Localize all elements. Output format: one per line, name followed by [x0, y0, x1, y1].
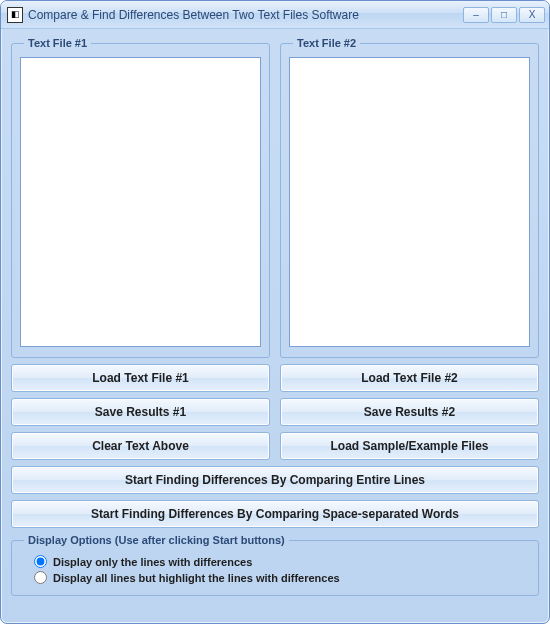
start-compare-words-button[interactable]: Start Finding Differences By Comparing S…: [11, 500, 539, 528]
window-controls: – □ X: [463, 7, 545, 23]
close-button[interactable]: X: [519, 7, 545, 23]
text-file-2-legend: Text File #2: [293, 37, 360, 49]
titlebar: ◧ Compare & Find Differences Between Two…: [1, 1, 549, 29]
load-sample-button[interactable]: Load Sample/Example Files: [280, 432, 539, 460]
option-highlight-row[interactable]: Display all lines but highlight the line…: [34, 571, 528, 584]
load-buttons-row: Load Text File #1 Load Text File #2: [11, 364, 539, 392]
text-file-1-input[interactable]: [20, 57, 261, 347]
start-compare-lines-button[interactable]: Start Finding Differences By Comparing E…: [11, 466, 539, 494]
minimize-icon: –: [473, 9, 479, 20]
left-column: Text File #1: [11, 37, 270, 358]
option-highlight-label: Display all lines but highlight the line…: [53, 572, 340, 584]
text-file-1-legend: Text File #1: [24, 37, 91, 49]
text-file-2-input[interactable]: [289, 57, 530, 347]
clear-text-button[interactable]: Clear Text Above: [11, 432, 270, 460]
app-icon: ◧: [7, 7, 23, 23]
client-area: Text File #1 Text File #2 Load Text File…: [1, 29, 549, 623]
right-column: Text File #2: [280, 37, 539, 358]
option-highlight-radio[interactable]: [34, 571, 47, 584]
maximize-button[interactable]: □: [491, 7, 517, 23]
display-options-legend: Display Options (Use after clicking Star…: [24, 534, 289, 546]
load-file-2-button[interactable]: Load Text File #2: [280, 364, 539, 392]
option-diff-only-radio[interactable]: [34, 555, 47, 568]
close-icon: X: [529, 9, 536, 20]
window-title: Compare & Find Differences Between Two T…: [28, 8, 463, 22]
maximize-icon: □: [501, 9, 507, 20]
app-window: ◧ Compare & Find Differences Between Two…: [0, 0, 550, 624]
save-results-1-button[interactable]: Save Results #1: [11, 398, 270, 426]
minimize-button[interactable]: –: [463, 7, 489, 23]
option-diff-only-row[interactable]: Display only the lines with differences: [34, 555, 528, 568]
text-file-2-group: Text File #2: [280, 37, 539, 358]
text-panels-row: Text File #1 Text File #2: [11, 37, 539, 358]
text-file-1-group: Text File #1: [11, 37, 270, 358]
util-buttons-row: Clear Text Above Load Sample/Example Fil…: [11, 432, 539, 460]
load-file-1-button[interactable]: Load Text File #1: [11, 364, 270, 392]
option-diff-only-label: Display only the lines with differences: [53, 556, 252, 568]
display-options-group: Display Options (Use after clicking Star…: [11, 534, 539, 596]
save-buttons-row: Save Results #1 Save Results #2: [11, 398, 539, 426]
save-results-2-button[interactable]: Save Results #2: [280, 398, 539, 426]
